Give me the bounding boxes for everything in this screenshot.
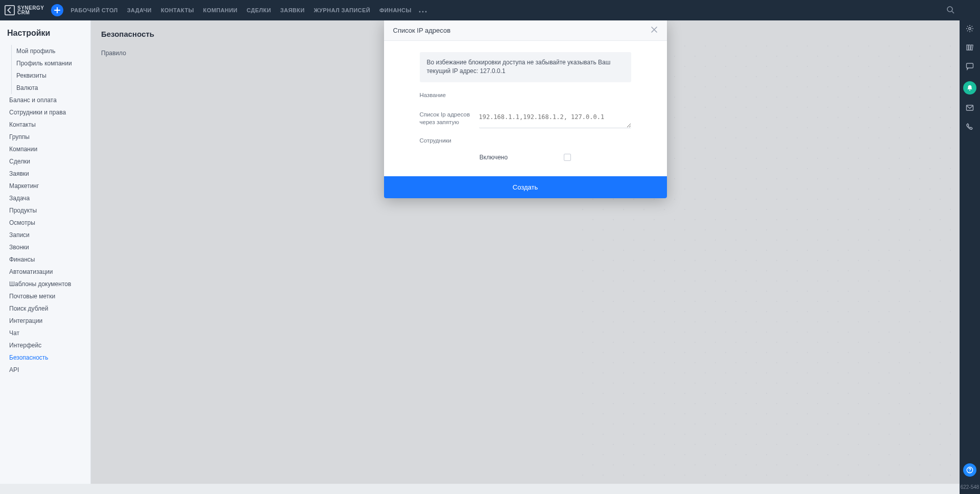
svg-point-11 [969, 90, 970, 91]
chat-icon [966, 62, 974, 70]
bottom-strip [0, 484, 960, 494]
sidebar-item-1[interactable]: Сотрудники и права [0, 106, 90, 119]
logo[interactable]: SYNERGY CRM [4, 5, 44, 16]
enabled-label: Включено [480, 154, 508, 161]
rail-phone[interactable] [966, 123, 974, 132]
sidebar-item-12[interactable]: Звонки [0, 241, 90, 253]
bell-icon [966, 84, 973, 91]
svg-point-1 [419, 11, 420, 12]
svg-rect-8 [969, 45, 970, 50]
top-bar: SYNERGY CRM РАБОЧИЙ СТОЛЗАДАЧИКОНТАКТЫКО… [0, 0, 980, 20]
sidebar-item-17[interactable]: Поиск дублей [0, 302, 90, 315]
field-name-input[interactable] [479, 91, 631, 104]
more-icon [419, 11, 427, 13]
topnav-item-1[interactable]: ЗАДАЧИ [127, 7, 152, 13]
book-icon [966, 43, 974, 52]
field-name-label: Название [420, 91, 471, 100]
sidebar-item-10[interactable]: Осмотры [0, 217, 90, 229]
sidebar-item-20[interactable]: Интерфейс [0, 339, 90, 351]
svg-point-3 [425, 11, 426, 12]
sidebar-item-2[interactable]: Контакты [0, 119, 90, 131]
topnav-item-5[interactable]: ЗАЯВКИ [280, 7, 305, 13]
search-icon [946, 6, 954, 14]
topnav-item-7[interactable]: ФИНАНСЫ [379, 7, 412, 13]
modal-ip-list: Список IP адресов Во избежание блокировк… [384, 20, 667, 198]
sidebar-item-8[interactable]: Задача [0, 192, 90, 204]
top-nav-more[interactable] [419, 7, 427, 14]
sidebar-item-18[interactable]: Интеграции [0, 315, 90, 327]
rail-help[interactable] [963, 463, 976, 477]
svg-point-4 [947, 7, 952, 12]
sidebar-title: Настройки [0, 29, 90, 45]
right-rail: 622-548 [960, 0, 980, 494]
sidebar-item-19[interactable]: Чат [0, 327, 90, 339]
add-button[interactable] [51, 4, 63, 16]
sidebar-item-13[interactable]: Финансы [0, 253, 90, 266]
sidebar-item-16[interactable]: Почтовые метки [0, 290, 90, 302]
sidebar-item-9[interactable]: Продукты [0, 204, 90, 217]
modal-close-button[interactable] [651, 26, 658, 35]
sidebar-item-11[interactable]: Записи [0, 229, 90, 241]
topnav-item-2[interactable]: КОНТАКТЫ [161, 7, 194, 13]
svg-rect-0 [5, 6, 14, 15]
sidebar-sub-0[interactable]: Мой профиль [0, 45, 90, 57]
phone-icon [966, 123, 974, 131]
sidebar-item-7[interactable]: Маркетинг [0, 180, 90, 192]
sidebar-item-0[interactable]: Баланс и оплата [0, 94, 90, 106]
sidebar-item-21[interactable]: Безопасность [0, 351, 90, 364]
modal-title: Список IP адресов [393, 27, 451, 34]
topnav-item-0[interactable]: РАБОЧИЙ СТОЛ [70, 7, 117, 13]
svg-rect-7 [967, 45, 968, 50]
sidebar-item-4[interactable]: Компании [0, 143, 90, 155]
rail-notifications[interactable] [963, 81, 976, 95]
content: Безопасность Правило Список IP адресов В… [91, 20, 960, 484]
logo-icon [4, 5, 15, 16]
enabled-checkbox[interactable] [564, 154, 571, 161]
sidebar-sub-1[interactable]: Профиль компании [0, 57, 90, 69]
sidebar-item-6[interactable]: Заявки [0, 168, 90, 180]
logo-text-2: CRM [17, 10, 44, 15]
topnav-item-6[interactable]: ЖУРНАЛ ЗАПИСЕЙ [314, 7, 370, 13]
field-iplist-input[interactable] [479, 111, 631, 128]
topnav-item-3[interactable]: КОМПАНИИ [203, 7, 237, 13]
rail-library[interactable] [966, 43, 974, 53]
rail-mail[interactable] [966, 104, 974, 113]
svg-rect-10 [967, 63, 973, 68]
sidebar-item-14[interactable]: Автоматизации [0, 266, 90, 278]
search-button[interactable] [946, 6, 954, 15]
mail-icon [966, 104, 974, 112]
sidebar: Настройки Мой профильПрофиль компанииРек… [0, 20, 91, 484]
sidebar-item-5[interactable]: Сделки [0, 155, 90, 168]
sidebar-item-3[interactable]: Группы [0, 131, 90, 143]
gear-icon [966, 25, 974, 33]
field-employees-label: Сотрудники [420, 137, 471, 145]
svg-point-2 [422, 11, 423, 12]
rail-settings[interactable] [966, 25, 974, 34]
sidebar-sub-2[interactable]: Реквизиты [0, 69, 90, 82]
svg-line-5 [952, 11, 954, 13]
plus-icon [54, 7, 60, 13]
rail-version: 622-548 [961, 484, 979, 490]
modal-submit-button[interactable]: Создать [384, 176, 667, 198]
svg-rect-9 [971, 45, 973, 50]
sidebar-item-22[interactable]: API [0, 364, 90, 376]
sidebar-sub-3[interactable]: Валюта [0, 82, 90, 94]
svg-point-6 [969, 28, 971, 30]
close-icon [651, 26, 658, 33]
rail-chat[interactable] [966, 62, 974, 72]
top-nav: РАБОЧИЙ СТОЛЗАДАЧИКОНТАКТЫКОМПАНИИСДЕЛКИ… [70, 7, 411, 13]
field-iplist-label: Список Ip адресов через запятую [420, 111, 471, 127]
modal-warning: Во избежание блокировки доступа не забыв… [420, 52, 631, 82]
help-icon [966, 466, 973, 474]
svg-point-14 [969, 472, 970, 473]
sidebar-item-15[interactable]: Шаблоны документов [0, 278, 90, 290]
topnav-item-4[interactable]: СДЕЛКИ [247, 7, 271, 13]
